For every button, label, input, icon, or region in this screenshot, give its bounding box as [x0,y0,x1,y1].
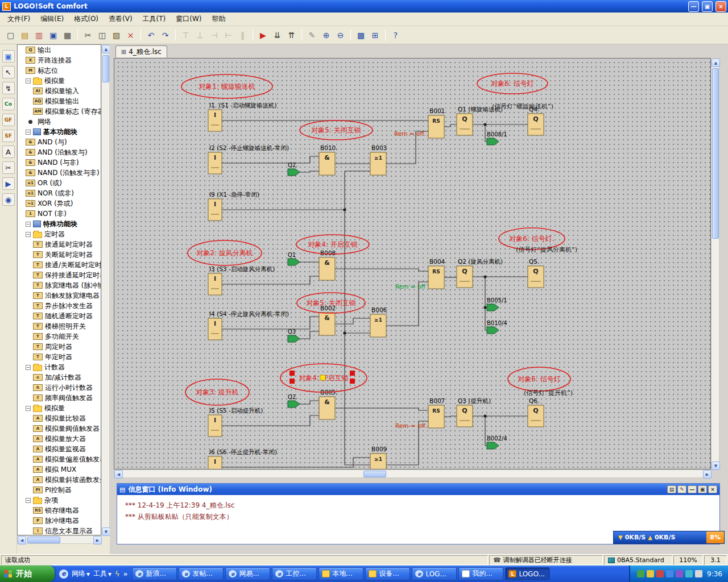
context-help-icon[interactable]: ? [389,28,402,41]
tree-item[interactable]: &NAND (沿触发与非) [18,168,101,178]
tree-item[interactable]: −杂项 [18,495,101,505]
tree-horizontal-scrollbar[interactable]: ◀ ▶ [17,535,101,544]
expander-icon[interactable]: − [26,365,31,370]
expander-icon[interactable]: − [26,498,31,503]
tree-item[interactable]: AM模拟量标志 (寄存器) [18,106,101,117]
scroll-left-icon[interactable]: ◀ [18,536,26,544]
task-button[interactable]: e网易... [225,567,270,580]
annotation-ellipse[interactable]: 对象6: 信号灯 [508,367,570,391]
tree-item[interactable]: Q输出 [18,45,101,55]
block-B010[interactable]: &B010. [319,144,338,175]
block-Q2[interactable]: QQ2 (旋风分离机) [457,258,503,288]
open-file-icon[interactable]: ▤ [18,28,31,41]
tree-item[interactable]: &AND (沿触发与) [18,147,101,157]
minimize-button[interactable]: — [688,1,699,12]
block-Q3[interactable]: QQ3 (提升机) [457,397,491,427]
chevron-more-icon[interactable]: » [123,570,128,578]
info-restore-button[interactable]: ▣ [698,485,707,493]
block-B002[interactable]: &B002 [319,305,336,335]
tree-item[interactable]: 1NOT (非) [18,209,101,219]
menu-item[interactable]: 工具(T) [138,13,171,26]
tree-item[interactable]: P脉冲继电器 [18,516,101,526]
wire[interactable] [444,124,457,127]
selection-tool-icon[interactable]: ↖ [2,66,15,78]
delete-icon[interactable]: × [124,28,137,41]
scroll-down-icon[interactable]: ▼ [712,462,720,470]
close-button[interactable]: × [715,1,726,12]
tray-icon[interactable] [676,570,683,577]
block-Q5[interactable]: QQ5. [528,258,544,288]
wire[interactable] [222,317,319,329]
tree-vertical-scrollbar[interactable]: ▲ ▼ [101,44,110,535]
align-left-icon[interactable]: ⊣ [208,28,221,41]
maximize-button[interactable]: ▣ [702,1,713,12]
menu-item[interactable]: 编辑(E) [35,13,69,26]
tray-icon[interactable] [637,570,644,577]
zoom-in-icon[interactable]: ⊕ [320,28,333,41]
canvas-vertical-scrollbar[interactable]: ▲ ▼ [711,58,719,469]
info-window-titlebar[interactable]: ▤ 信息窗口 (Info Window) ▤✎—▣× [117,484,719,495]
expander-icon[interactable]: − [26,78,31,84]
annotation-ellipse[interactable]: 对象1: 螺旋输送机 [181,74,272,98]
canvas-horizontal-scrollbar[interactable]: ◀ ▶ [114,469,711,478]
document-tab[interactable]: ⊞ 4_粮仓.lsc [115,45,167,57]
block-I4[interactable]: II4 (S4 -停止旋风分离机-常闭) [208,310,289,340]
basic-functions-gf-icon[interactable]: GF [2,114,15,126]
tree-item[interactable]: T楼梯照明开关 [18,321,101,331]
taskbar-toolbar-工具[interactable]: 工具▾ [93,569,111,579]
tree-item[interactable]: −定时器 [18,229,101,239]
tree-item[interactable]: A模拟量比较器 [18,413,101,423]
annotation-ellipse[interactable]: 对象5: 关闭互锁 [300,120,373,140]
connector-flag[interactable]: Q2. [288,162,300,176]
connector-flag[interactable]: B010/4 [487,320,507,334]
close-file-icon[interactable]: ▥ [32,28,46,41]
print-icon[interactable]: ▦ [61,28,74,41]
connector-flag[interactable]: B002/4 [487,435,507,449]
menu-item[interactable]: 文件(F) [2,13,35,26]
tree-item[interactable]: 网络 [18,117,101,127]
tree-item[interactable]: RS锁存继电器 [18,505,101,516]
annotation-ellipse[interactable]: 对象6: 信号灯 [477,73,548,94]
simulation-tool-icon[interactable]: ▶ [2,177,15,190]
wire[interactable] [300,171,319,172]
block-B005[interactable]: &B005. [319,389,338,419]
pen-tool-icon[interactable]: ✎ [305,28,318,41]
zoom-out-icon[interactable]: ⊖ [334,28,347,41]
tree-item[interactable]: −基本功能块 [18,127,101,137]
block-B001[interactable]: RSB001Rem = off. [394,107,445,138]
block-I5[interactable]: II5 (S5 -启动提升机) [208,407,263,436]
taskbar-toolbar-网络[interactable]: 网络▾ [72,569,90,579]
scroll-up-icon[interactable]: ▲ [102,45,110,53]
start-simulation-icon[interactable]: ▶ [257,28,270,41]
tree-item[interactable]: T脉宽继电器 (脉冲输出) [18,280,101,290]
tree-item[interactable]: AQ模拟量输出 [18,96,101,106]
block-I1[interactable]: II1. (S1 -启动螺旋输送机) [208,102,277,131]
menu-item[interactable]: 格式(O) [69,13,104,26]
special-functions-sf-icon[interactable]: SF [2,130,15,142]
text-note[interactable]: (信号灯“旋风分离机”) [516,246,577,253]
wire[interactable] [335,408,428,410]
block-I3[interactable]: II3 (S3 -启动旋风分离机) [208,265,275,295]
wire[interactable] [222,458,370,467]
copy-icon[interactable]: ◫ [96,28,109,41]
constants-co-icon[interactable]: Co [2,98,15,110]
annotation-ellipse[interactable]: 对象2: 旋风分离机 [188,240,262,265]
wire[interactable] [222,276,319,284]
distribute-icon[interactable]: ∥ [236,28,249,41]
tree-item[interactable]: T年定时器 [18,352,101,362]
paste-icon[interactable]: ▨ [110,28,123,41]
undo-icon[interactable]: ↶ [144,28,158,41]
connector-flag[interactable]: Q1 [288,252,300,265]
task-button[interactable]: LLOGO... [505,567,550,580]
selection-handle[interactable] [350,371,355,376]
tree-item[interactable]: T多功能开关 [18,331,101,342]
text-note[interactable]: (信号灯“提升机”) [524,389,573,397]
ie-icon[interactable]: e [59,569,68,579]
selection-handle[interactable] [289,371,295,376]
block-B003[interactable]: ≥1B003 [370,144,387,175]
block-B009[interactable]: ≥1B009 [370,446,387,469]
task-button[interactable]: 本地... [318,567,363,580]
connector-tool-icon[interactable]: ↯ [2,82,15,94]
convert-icon[interactable]: ⊞ [369,28,382,41]
tree-item[interactable]: A模拟量监视器 [18,444,101,454]
